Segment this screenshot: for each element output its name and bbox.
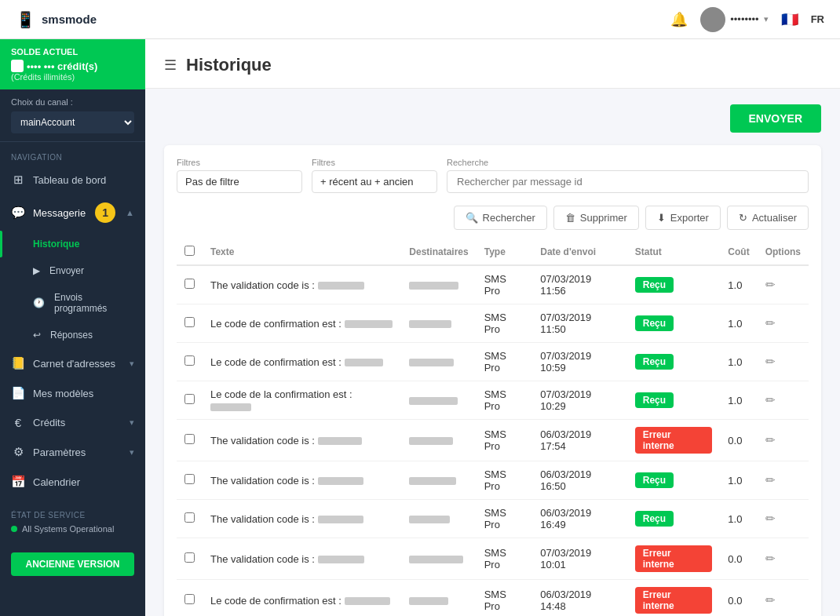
row-options: ✏ <box>758 538 809 580</box>
row-checkbox-cell <box>177 304 203 343</box>
row-status: Erreur interne <box>627 538 721 580</box>
sidebar-item-carnet-adresses[interactable]: 📒 Carnet d'adresses ▾ <box>0 348 145 378</box>
row-status: Erreur interne <box>627 420 721 461</box>
row-checkbox-4[interactable] <box>184 434 195 444</box>
status-badge: Reçu <box>635 511 674 527</box>
row-date: 06/03/2019 16:49 <box>532 500 627 538</box>
col-date: Date d'envoi <box>532 239 627 265</box>
row-text: Le code de confirmation est : <box>203 343 401 381</box>
row-dest <box>401 500 476 538</box>
search-icon: 🔍 <box>466 212 478 224</box>
envoyer-arrow-icon: ▶ <box>33 265 40 276</box>
row-checkbox-2[interactable] <box>184 355 195 366</box>
balance-label: SOLDE ACTUEL <box>11 47 134 56</box>
sidebar-item-credits[interactable]: € Crédits ▾ <box>0 408 145 437</box>
col-cout: Coût <box>720 239 757 265</box>
delete-button[interactable]: 🗑 Supprimer <box>553 206 639 230</box>
sidebar-item-envois-programmes[interactable]: 🕐 Envois programmés <box>0 284 145 322</box>
filter-group-1: Filtres Pas de filtre <box>177 158 302 193</box>
edit-icon[interactable]: ✏ <box>765 552 776 565</box>
row-date: 07/03/2019 10:01 <box>532 538 627 580</box>
edit-icon[interactable]: ✏ <box>765 355 776 368</box>
filters-row: Filtres Pas de filtre Filtres + récent a… <box>177 158 809 193</box>
row-cost: 1.0 <box>720 461 757 500</box>
status-badge: Erreur interne <box>635 545 713 572</box>
row-checkbox-5[interactable] <box>184 474 195 484</box>
filter2-select[interactable]: + récent au + ancien <box>312 170 437 193</box>
chevron-down-icon: ▾ <box>764 14 769 24</box>
old-version-button[interactable]: ANCIENNE VERSION <box>11 552 134 576</box>
user-menu[interactable]: •••••••• ▾ <box>700 7 768 32</box>
status-badge: Reçu <box>635 354 674 370</box>
edit-icon[interactable]: ✏ <box>765 316 776 330</box>
sidebar-item-tableau-de-bord[interactable]: ⊞ Tableau de bord <box>0 165 145 195</box>
row-text: The validation code is : <box>203 461 401 500</box>
table-row: Le code de confirmation est : SMS Pro 07… <box>177 304 809 343</box>
row-checkbox-3[interactable] <box>184 394 195 404</box>
logo-text: smsmode <box>42 13 97 26</box>
row-cost: 1.0 <box>720 304 757 343</box>
old-version-wrapper: ANCIENNE VERSION <box>0 538 145 589</box>
envoyer-button[interactable]: ENVOYER <box>730 104 821 133</box>
row-checkbox-cell <box>177 538 203 580</box>
flag-icon: 🇫🇷 <box>781 11 798 28</box>
channel-select[interactable]: mainAccount <box>11 111 134 133</box>
sidebar-item-envoyer[interactable]: ▶ Envoyer <box>0 257 145 284</box>
table-container: Filtres Pas de filtre Filtres + récent a… <box>164 145 821 616</box>
bell-icon[interactable]: 🔔 <box>670 11 688 28</box>
sidebar-item-parametres[interactable]: ⚙ Paramètres ▾ <box>0 437 145 467</box>
status-badge: Reçu <box>635 392 674 408</box>
sidebar-item-messagerie[interactable]: 💬 Messagerie 1 ▲ <box>0 195 145 231</box>
row-checkbox-0[interactable] <box>184 279 195 289</box>
row-cost: 1.0 <box>720 500 757 538</box>
table-row: The validation code is : SMS Pro 06/03/2… <box>177 420 809 461</box>
row-type: SMS Pro <box>477 580 533 617</box>
service-label: ÉTAT DE SERVICE <box>11 511 134 524</box>
edit-icon[interactable]: ✏ <box>765 393 776 406</box>
row-checkbox-cell <box>177 265 203 304</box>
row-checkbox-8[interactable] <box>184 594 195 604</box>
select-all-checkbox[interactable] <box>184 246 195 256</box>
sidebar-item-reponses[interactable]: ↩ Réponses <box>0 322 145 348</box>
sidebar-item-mes-modeles[interactable]: 📄 Mes modèles <box>0 378 145 408</box>
col-texte: Texte <box>203 239 401 265</box>
user-name: •••••••• <box>730 13 758 25</box>
balance-amount: •••• ••• crédit(s) <box>27 60 97 72</box>
row-type: SMS Pro <box>477 304 533 343</box>
edit-icon[interactable]: ✏ <box>765 433 776 447</box>
table-row: The validation code is : SMS Pro 07/03/2… <box>177 265 809 304</box>
search-input[interactable] <box>447 170 809 193</box>
actions-row: 🔍 Rechercher 🗑 Supprimer ⬇ Exporter ↻ Ac… <box>177 206 809 230</box>
sidebar-item-calendrier[interactable]: 📅 Calendrier <box>0 467 145 497</box>
chevron-down-icon-params: ▾ <box>130 447 134 457</box>
row-dest <box>401 304 476 343</box>
row-dest <box>401 538 476 580</box>
search-button[interactable]: 🔍 Rechercher <box>454 206 547 230</box>
status-badge: Reçu <box>635 315 674 331</box>
row-text: The validation code is : <box>203 265 401 304</box>
col-type: Type <box>477 239 533 265</box>
row-checkbox-7[interactable] <box>184 552 195 563</box>
row-text: The validation code is : <box>203 538 401 580</box>
row-status: Reçu <box>627 343 721 381</box>
edit-icon[interactable]: ✏ <box>765 512 776 525</box>
sidebar-item-historique[interactable]: Historique <box>0 231 145 257</box>
col-destinataires: Destinataires <box>401 239 476 265</box>
row-date: 07/03/2019 11:50 <box>532 304 627 343</box>
row-checkbox-1[interactable] <box>184 317 195 327</box>
edit-icon[interactable]: ✏ <box>765 278 776 291</box>
chevron-down-icon-credits: ▾ <box>130 417 134 428</box>
filter1-select[interactable]: Pas de filtre <box>177 170 302 193</box>
edit-icon[interactable]: ✏ <box>765 593 776 607</box>
row-type: SMS Pro <box>477 381 533 420</box>
templates-icon: 📄 <box>11 386 25 400</box>
table-row: The validation code is : SMS Pro 06/03/2… <box>177 500 809 538</box>
main-content: ☰ Historique ENVOYER Filtres Pas de filt… <box>145 39 840 616</box>
row-checkbox-6[interactable] <box>184 512 195 523</box>
row-cost: 0.0 <box>720 420 757 461</box>
row-cost: 1.0 <box>720 381 757 420</box>
edit-icon[interactable]: ✏ <box>765 473 776 487</box>
refresh-button[interactable]: ↻ Actualiser <box>727 206 809 230</box>
export-button[interactable]: ⬇ Exporter <box>645 206 721 230</box>
row-type: SMS Pro <box>477 265 533 304</box>
